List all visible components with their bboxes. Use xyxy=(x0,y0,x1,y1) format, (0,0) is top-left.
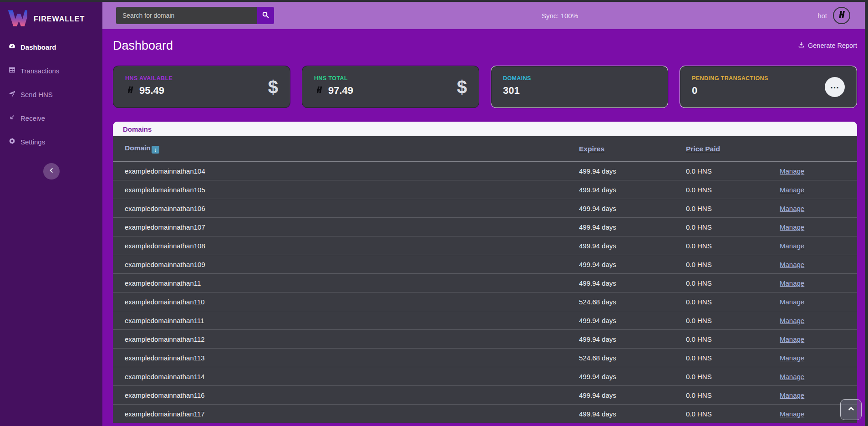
table-row: exampledomainnathan105 499.94 days 0.0 H… xyxy=(113,180,857,199)
stat-cards: HNS AVAILABLE 95.49 $ HNS TOTAL xyxy=(113,66,857,108)
price-cell: 0.0 HNS xyxy=(686,354,780,362)
window-top-edge xyxy=(0,0,868,2)
stat-card-pending-transactions: PENDING TRANSACTIONS 0 ... xyxy=(680,66,857,108)
gauge-icon xyxy=(8,42,16,51)
sidebar-item-label: Settings xyxy=(20,138,45,146)
generate-report-label: Generate Report xyxy=(808,42,857,49)
pending-transactions-menu-button[interactable]: ... xyxy=(825,77,845,97)
manage-link[interactable]: Manage xyxy=(780,167,804,175)
scrollbar-track xyxy=(865,0,868,426)
expires-cell: 524.68 days xyxy=(579,354,686,362)
sidebar-item-label: Send HNS xyxy=(20,91,53,98)
sort-by-expires-link[interactable]: Expires xyxy=(579,145,604,153)
manage-link[interactable]: Manage xyxy=(780,410,804,418)
stat-card-hns-total: HNS TOTAL 97.49 $ xyxy=(302,66,479,108)
domain-cell: exampledomainnathan110 xyxy=(125,298,579,306)
price-cell: 0.0 HNS xyxy=(686,167,780,175)
stat-value: 95.49 xyxy=(139,85,164,97)
page-title: Dashboard xyxy=(113,39,173,53)
sort-by-price-link[interactable]: Price Paid xyxy=(686,145,720,153)
domain-cell: exampledomainnathan112 xyxy=(125,335,579,343)
manage-link[interactable]: Manage xyxy=(780,317,804,324)
expires-cell: 499.94 days xyxy=(579,373,686,380)
dollar-icon: $ xyxy=(457,77,467,97)
domain-cell: exampledomainnathan114 xyxy=(125,373,579,380)
domain-cell: exampledomainnathan113 xyxy=(125,354,579,362)
expires-cell: 499.94 days xyxy=(579,242,686,250)
app-window: FIREWALLET Dashboard Transactions xyxy=(0,0,868,426)
table-icon xyxy=(8,66,16,75)
expires-cell: 499.94 days xyxy=(579,410,686,418)
sort-down-icon: ↓ xyxy=(152,146,159,154)
table-row: exampledomainnathan106 499.94 days 0.0 H… xyxy=(113,199,857,218)
stat-value: 97.49 xyxy=(328,85,353,97)
stat-label: HNS AVAILABLE xyxy=(125,75,279,82)
domains-panel: Domains Domain↓ Expires Price Paid examp… xyxy=(113,122,857,423)
dollar-icon: $ xyxy=(268,77,278,97)
price-cell: 0.0 HNS xyxy=(686,186,780,194)
generate-report-link[interactable]: Generate Report xyxy=(798,41,857,50)
manage-link[interactable]: Manage xyxy=(780,223,804,231)
expires-cell: 499.94 days xyxy=(579,223,686,231)
sidebar-item-send-hns[interactable]: Send HNS xyxy=(0,82,102,106)
domains-panel-title: Domains xyxy=(123,125,152,133)
expires-cell: 499.94 days xyxy=(579,186,686,194)
table-row: exampledomainnathan107 499.94 days 0.0 H… xyxy=(113,218,857,236)
manage-link[interactable]: Manage xyxy=(780,373,804,380)
expires-cell: 524.68 days xyxy=(579,298,686,306)
domain-cell: exampledomainnathan107 xyxy=(125,223,579,231)
price-cell: 0.0 HNS xyxy=(686,410,780,418)
paper-plane-icon xyxy=(8,90,16,99)
table-row: exampledomainnathan110 524.68 days 0.0 H… xyxy=(113,293,857,311)
wallet-menu-button[interactable] xyxy=(833,7,850,24)
manage-link[interactable]: Manage xyxy=(780,391,804,399)
price-cell: 0.0 HNS xyxy=(686,298,780,306)
table-row: exampledomainnathan111 499.94 days 0.0 H… xyxy=(113,311,857,330)
sidebar-item-label: Dashboard xyxy=(20,43,56,51)
manage-link[interactable]: Manage xyxy=(780,205,804,212)
scroll-to-top-button[interactable] xyxy=(840,399,862,420)
manage-link[interactable]: Manage xyxy=(780,279,804,287)
wallet-name-label: hot xyxy=(817,12,827,20)
price-cell: 0.0 HNS xyxy=(686,261,780,268)
manage-link[interactable]: Manage xyxy=(780,298,804,306)
price-cell: 0.0 HNS xyxy=(686,279,780,287)
sort-by-domain-link[interactable]: Domain xyxy=(125,144,151,152)
price-cell: 0.0 HNS xyxy=(686,335,780,343)
sidebar-item-receive[interactable]: Receive xyxy=(0,106,102,130)
domain-cell: exampledomainnathan108 xyxy=(125,242,579,250)
sidebar-collapse-button[interactable] xyxy=(43,163,60,180)
sidebar-item-transactions[interactable]: Transactions xyxy=(0,59,102,82)
manage-link[interactable]: Manage xyxy=(780,186,804,194)
expires-cell: 499.94 days xyxy=(579,391,686,399)
price-cell: 0.0 HNS xyxy=(686,317,780,324)
search-icon xyxy=(262,11,269,20)
gear-icon xyxy=(8,137,16,146)
search-input[interactable] xyxy=(116,7,257,24)
chevron-left-icon xyxy=(48,167,55,175)
domain-cell: exampledomainnathan117 xyxy=(125,410,579,418)
manage-link[interactable]: Manage xyxy=(780,354,804,362)
domain-cell: exampledomainnathan116 xyxy=(125,391,579,399)
manage-link[interactable]: Manage xyxy=(780,242,804,250)
firewallet-logo-icon xyxy=(7,9,27,29)
expires-cell: 499.94 days xyxy=(579,205,686,212)
domain-cell: exampledomainnathan105 xyxy=(125,186,579,194)
domain-cell: exampledomainnathan111 xyxy=(125,317,579,324)
handshake-icon xyxy=(836,9,847,22)
handshake-icon xyxy=(125,85,135,97)
expires-cell: 499.94 days xyxy=(579,279,686,287)
chevron-up-icon xyxy=(847,405,855,415)
domain-search xyxy=(116,7,274,24)
sidebar-item-settings[interactable]: Settings xyxy=(0,130,102,154)
table-row: exampledomainnathan117 499.94 days 0.0 H… xyxy=(113,405,857,423)
manage-link[interactable]: Manage xyxy=(780,335,804,343)
sidebar-item-label: Transactions xyxy=(20,67,59,75)
search-button[interactable] xyxy=(257,7,274,24)
manage-link[interactable]: Manage xyxy=(780,261,804,268)
domain-cell: exampledomainnathan106 xyxy=(125,205,579,212)
price-cell: 0.0 HNS xyxy=(686,391,780,399)
sidebar-item-dashboard[interactable]: Dashboard xyxy=(0,35,102,59)
expires-cell: 499.94 days xyxy=(579,261,686,268)
price-cell: 0.0 HNS xyxy=(686,373,780,380)
